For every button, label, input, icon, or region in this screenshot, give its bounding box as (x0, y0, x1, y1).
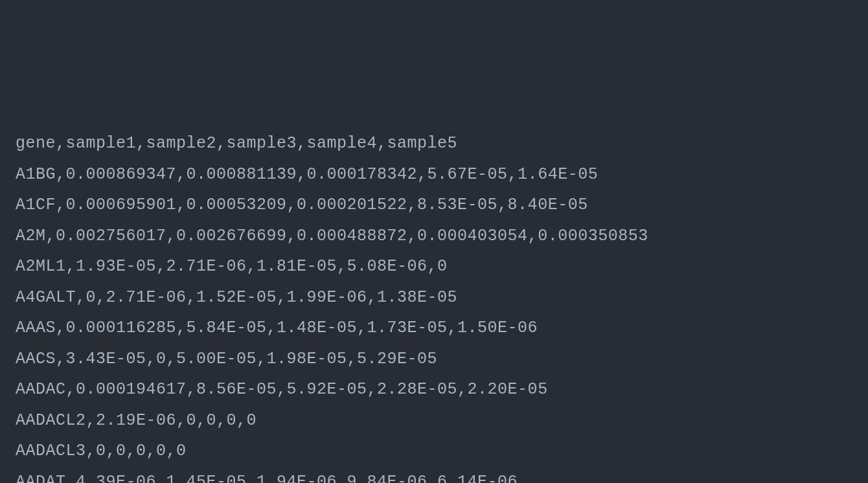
csv-data-row: AACS,3.43E-05,0,5.00E-05,1.98E-05,5.29E-… (16, 344, 852, 375)
csv-data-row: AAAS,0.000116285,5.84E-05,1.48E-05,1.73E… (16, 313, 852, 344)
csv-data-row: A1BG,0.000869347,0.000881139,0.000178342… (16, 159, 852, 190)
csv-data-row: A2ML1,1.93E-05,2.71E-06,1.81E-05,5.08E-0… (16, 251, 852, 282)
csv-data-row: AADAT,4.39E-06,1.45E-05,1.94E-06,9.84E-0… (16, 467, 852, 484)
csv-data-row: A2M,0.002756017,0.002676699,0.000488872,… (16, 221, 852, 252)
csv-header-row: gene,sample1,sample2,sample3,sample4,sam… (16, 128, 852, 159)
csv-data-row: A1CF,0.000695901,0.00053209,0.000201522,… (16, 190, 852, 221)
csv-data-row: AADAC,0.000194617,8.56E-05,5.92E-05,2.28… (16, 374, 852, 405)
csv-data-row: AADACL2,2.19E-06,0,0,0,0 (16, 405, 852, 436)
csv-data-row: AADACL3,0,0,0,0,0 (16, 436, 852, 467)
csv-data-row: A4GALT,0,2.71E-06,1.52E-05,1.99E-06,1.38… (16, 282, 852, 313)
